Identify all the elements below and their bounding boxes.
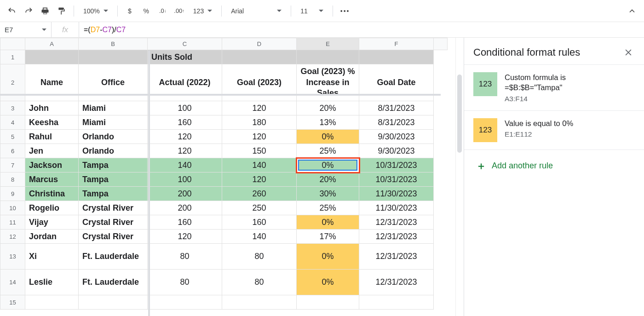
cell[interactable]: 120 — [222, 101, 297, 115]
cell[interactable]: 120 — [222, 130, 297, 144]
row-header[interactable]: 15 — [0, 295, 25, 310]
cell[interactable]: 10/31/2023 — [359, 158, 434, 172]
cell[interactable]: 10/31/2023 — [359, 172, 434, 187]
col-header[interactable]: F — [359, 38, 434, 50]
cell[interactable]: 140 — [222, 230, 297, 244]
cell[interactable]: 120 — [148, 230, 222, 244]
number-format-select[interactable]: 123 — [189, 4, 217, 18]
cell[interactable]: 80 — [222, 244, 297, 270]
cell[interactable]: 200 — [148, 201, 222, 215]
cell[interactable] — [148, 295, 222, 310]
cell[interactable]: 8/31/2023 — [359, 115, 434, 130]
cell[interactable]: 25% — [297, 201, 359, 215]
cell[interactable]: 80 — [148, 270, 222, 295]
zoom-select[interactable]: 100% — [79, 4, 113, 18]
cell[interactable]: Vijay — [25, 215, 79, 230]
cell[interactable]: Rogelio — [25, 201, 79, 215]
cell[interactable]: 100 — [148, 172, 222, 187]
cell[interactable]: Tampa — [79, 187, 148, 201]
frozen-pane-divider-horizontal[interactable] — [0, 94, 441, 96]
cell[interactable]: 25% — [297, 144, 359, 158]
cell[interactable]: 100 — [148, 101, 222, 115]
cell[interactable]: 12/31/2023 — [359, 270, 434, 295]
cell[interactable]: 120 — [148, 144, 222, 158]
row-header[interactable]: 5 — [0, 130, 25, 144]
vertical-scrollbar[interactable] — [455, 38, 464, 316]
row-header[interactable]: 6 — [0, 144, 25, 158]
col-header[interactable]: E — [297, 38, 359, 50]
collapse-toolbar-button[interactable] — [625, 4, 639, 18]
row-header[interactable]: 9 — [0, 187, 25, 201]
cell[interactable]: 11/30/2023 — [359, 201, 434, 215]
font-select[interactable]: Arial — [226, 4, 286, 18]
cell[interactable] — [25, 295, 79, 310]
cell[interactable]: 0% — [297, 270, 359, 295]
cell[interactable]: 160 — [148, 215, 222, 230]
cell[interactable]: Xi — [25, 244, 79, 270]
redo-button[interactable] — [21, 4, 36, 18]
cell[interactable]: 9/30/2023 — [359, 130, 434, 144]
cell[interactable]: Miami — [79, 101, 148, 115]
frozen-pane-divider-vertical[interactable] — [148, 51, 150, 316]
col-header[interactable]: C — [148, 38, 222, 50]
cell[interactable]: 80 — [148, 244, 222, 270]
cell[interactable]: 160 — [148, 115, 222, 130]
cell[interactable]: 120 — [148, 130, 222, 144]
cell[interactable]: 120 — [222, 172, 297, 187]
cell[interactable]: Keesha — [25, 115, 79, 130]
percent-button[interactable]: % — [139, 4, 154, 18]
cell[interactable] — [79, 295, 148, 310]
more-tools-button[interactable]: ••• — [338, 4, 352, 18]
cell[interactable]: Tampa — [79, 158, 148, 172]
cell[interactable]: Leslie — [25, 270, 79, 295]
cell[interactable]: Rahul — [25, 130, 79, 144]
cell[interactable]: John — [25, 101, 79, 115]
dec-decrease-button[interactable]: .0↓ — [155, 4, 170, 18]
cell[interactable] — [222, 295, 297, 310]
cell[interactable]: Orlando — [79, 144, 148, 158]
cell[interactable]: Miami — [79, 115, 148, 130]
row-header[interactable]: 11 — [0, 215, 25, 230]
cell[interactable]: Jackson — [25, 158, 79, 172]
row-header[interactable]: 8 — [0, 172, 25, 187]
cell[interactable]: 0% — [297, 244, 359, 270]
cell[interactable]: 250 — [222, 201, 297, 215]
row-header[interactable]: 10 — [0, 201, 25, 215]
cell[interactable]: 8/31/2023 — [359, 101, 434, 115]
row-header[interactable]: 13 — [0, 244, 25, 270]
print-button[interactable] — [38, 4, 52, 18]
cell[interactable]: Units Sold — [148, 50, 222, 64]
cell[interactable]: 20% — [297, 172, 359, 187]
cell[interactable]: 20% — [297, 101, 359, 115]
cell[interactable]: Christina — [25, 187, 79, 201]
undo-button[interactable] — [5, 4, 19, 18]
select-all-cell[interactable] — [0, 38, 25, 50]
cell[interactable]: 140 — [148, 158, 222, 172]
cell[interactable]: Crystal River — [79, 230, 148, 244]
cell[interactable]: Crystal River — [79, 215, 148, 230]
cell[interactable]: 9/30/2023 — [359, 144, 434, 158]
cell[interactable]: 180 — [222, 115, 297, 130]
cell[interactable]: 160 — [222, 215, 297, 230]
cell[interactable]: Crystal River — [79, 201, 148, 215]
cell[interactable] — [297, 295, 359, 310]
cell[interactable]: 0% — [297, 158, 359, 172]
spreadsheet-area[interactable]: A B C D E F 1 Units Sold 2 Name Office A… — [0, 38, 455, 316]
cell[interactable]: 12/31/2023 — [359, 215, 434, 230]
cell[interactable]: 30% — [297, 187, 359, 201]
cell[interactable]: 140 — [222, 158, 297, 172]
currency-button[interactable]: $ — [122, 4, 137, 18]
cell[interactable]: Marcus — [25, 172, 79, 187]
cell[interactable]: 12/31/2023 — [359, 244, 434, 270]
col-header[interactable]: A — [25, 38, 79, 50]
font-size-select[interactable]: 11 — [296, 4, 328, 18]
add-rule-button[interactable]: ＋ Add another rule — [464, 149, 644, 182]
row-header[interactable]: 4 — [0, 115, 25, 130]
cell[interactable]: 17% — [297, 230, 359, 244]
cell[interactable]: 0% — [297, 130, 359, 144]
row-header[interactable]: 1 — [0, 50, 25, 64]
cell[interactable]: Tampa — [79, 172, 148, 187]
cell[interactable]: Ft. Lauderdale — [79, 244, 148, 270]
formula-input[interactable]: =(D7-C7)/C7 — [79, 26, 644, 34]
cell[interactable]: 13% — [297, 115, 359, 130]
